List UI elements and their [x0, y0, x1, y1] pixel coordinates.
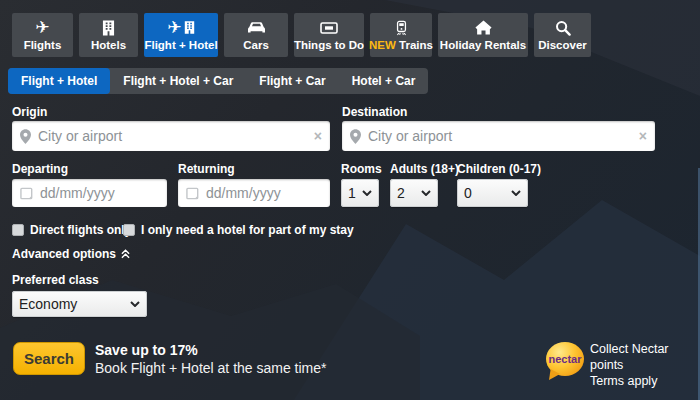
returning-input[interactable]: [206, 185, 322, 201]
nectar-logo: nectar: [546, 342, 584, 376]
preferred-class-select[interactable]: Economy: [12, 291, 147, 317]
tab-label: Holiday Rentals: [440, 39, 526, 51]
chevron-down-icon: [130, 301, 140, 307]
double-chevron-up-icon: [121, 249, 130, 259]
subtab-hotel-car[interactable]: Hotel + Car: [339, 68, 429, 94]
advanced-options-label: Advanced options: [12, 247, 116, 261]
house-icon: [475, 19, 492, 36]
nectar-terms-link[interactable]: Terms apply: [590, 373, 700, 389]
returning-label: Returning: [178, 162, 235, 176]
tab-label: Flight + Hotel: [144, 39, 217, 51]
new-badge: NEW: [369, 39, 396, 51]
package-subtabs: Flight + Hotel Flight + Hotel + Car Flig…: [8, 68, 428, 94]
product-tabs: ✈ Flights Hotels ✈ Flight + Hotel Cars: [12, 13, 591, 57]
car-icon: [247, 19, 266, 36]
tab-flight-hotel[interactable]: ✈ Flight + Hotel: [144, 13, 218, 57]
chevron-down-icon: [511, 190, 521, 196]
returning-field: [178, 179, 330, 207]
origin-field: ×: [12, 121, 330, 151]
children-value: 0: [464, 185, 472, 201]
tab-holiday-rentals[interactable]: Holiday Rentals: [438, 13, 528, 57]
destination-input[interactable]: [368, 128, 635, 144]
subtab-flight-hotel[interactable]: Flight + Hotel: [8, 68, 110, 94]
train-icon: [396, 19, 407, 36]
promo-title: Save up to 17%: [95, 341, 327, 359]
checkbox-label: I only need a hotel for part of my stay: [141, 223, 354, 237]
tab-label: Things to Do: [294, 39, 364, 51]
pin-icon: [350, 129, 361, 144]
building-icon: [102, 19, 115, 36]
search-button[interactable]: Search: [13, 342, 85, 375]
ticket-icon: [320, 19, 338, 36]
promo-subtitle: Book Flight + Hotel at the same time*: [95, 359, 327, 377]
clear-icon[interactable]: ×: [635, 128, 647, 144]
tab-flights[interactable]: ✈ Flights: [12, 13, 73, 57]
tab-label: Discover: [538, 39, 587, 51]
plane-building-icon: ✈: [167, 19, 194, 36]
children-select[interactable]: 0: [457, 179, 528, 207]
booking-widget: ✈ Flights Hotels ✈ Flight + Hotel Cars: [0, 0, 700, 400]
destination-field: ×: [342, 121, 655, 151]
pin-icon: [20, 129, 31, 144]
tab-label: Flights: [24, 39, 62, 51]
calendar-icon: [186, 187, 199, 200]
tab-label: Cars: [243, 39, 269, 51]
subtab-flight-car[interactable]: Flight + Car: [246, 68, 338, 94]
subtab-flight-hotel-car[interactable]: Flight + Hotel + Car: [110, 68, 246, 94]
origin-label: Origin: [12, 105, 47, 119]
rooms-value: 1: [348, 185, 356, 201]
departing-input[interactable]: [40, 185, 159, 201]
nectar-info: Collect Nectar points Terms apply: [590, 341, 700, 389]
preferred-class-label: Preferred class: [12, 273, 99, 287]
promo-text: Save up to 17% Book Flight + Hotel at th…: [95, 341, 327, 377]
checkbox-label: Direct flights only: [30, 223, 131, 237]
rooms-label: Rooms: [341, 162, 382, 176]
departing-label: Departing: [12, 162, 68, 176]
clear-icon[interactable]: ×: [310, 128, 322, 144]
adults-select[interactable]: 2: [390, 179, 438, 207]
tab-hotels[interactable]: Hotels: [79, 13, 138, 57]
partial-hotel-checkbox-row[interactable]: I only need a hotel for part of my stay: [123, 223, 354, 237]
rooms-select[interactable]: 1: [341, 179, 379, 207]
departing-field: [12, 179, 167, 207]
tab-things-to-do[interactable]: Things to Do: [294, 13, 364, 57]
tab-label: NEW Trains: [369, 39, 433, 51]
destination-label: Destination: [342, 105, 407, 119]
tab-label: Hotels: [91, 39, 126, 51]
tab-discover[interactable]: Discover: [534, 13, 591, 57]
children-label: Children (0-17): [457, 162, 541, 176]
chevron-down-icon: [421, 190, 431, 196]
origin-input[interactable]: [38, 128, 310, 144]
checkbox[interactable]: [12, 224, 24, 236]
adults-label: Adults (18+): [390, 162, 459, 176]
nectar-points-text: Collect Nectar points: [590, 341, 700, 373]
magnifier-icon: [555, 19, 571, 36]
nectar-logo-text: nectar: [548, 353, 581, 365]
preferred-class-value: Economy: [19, 296, 77, 312]
direct-flights-checkbox-row[interactable]: Direct flights only: [12, 223, 131, 237]
chevron-down-icon: [362, 190, 372, 196]
tab-trains[interactable]: NEW Trains: [370, 13, 432, 57]
tab-cars[interactable]: Cars: [224, 13, 288, 57]
advanced-options-toggle[interactable]: Advanced options: [12, 247, 130, 261]
plane-icon: ✈: [35, 19, 49, 36]
adults-value: 2: [397, 185, 405, 201]
checkbox[interactable]: [123, 224, 135, 236]
calendar-icon: [20, 187, 33, 200]
